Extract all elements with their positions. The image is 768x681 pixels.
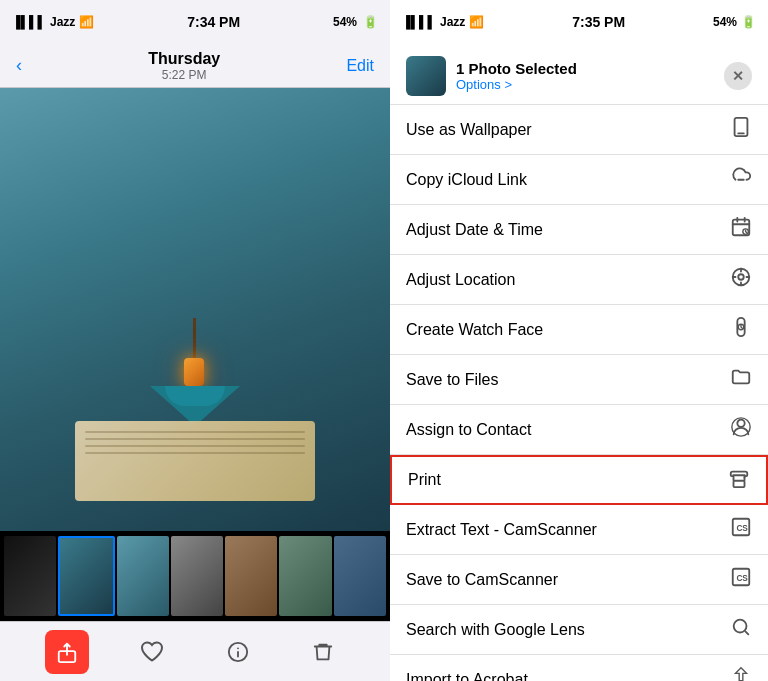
nav-title-sub: 5:22 PM — [148, 68, 220, 82]
thumbnail-5[interactable] — [225, 536, 277, 616]
status-bar-left: ▐▌▌▌ Jazz 📶 7:34 PM 54% 🔋 — [0, 0, 390, 44]
sheet-header: 1 Photo Selected Options > ✕ — [390, 44, 768, 105]
menu-item-create-watch-face[interactable]: Create Watch Face — [390, 305, 768, 355]
menu-item-label-assign-to-contact: Assign to Contact — [406, 421, 531, 439]
menu-item-label-search-with-google-lens: Search with Google Lens — [406, 621, 585, 639]
menu-item-icon-create-watch-face — [730, 316, 752, 343]
menu-item-icon-search-with-google-lens — [730, 616, 752, 643]
menu-item-save-to-camscanner[interactable]: Save to CamScannerCS — [390, 555, 768, 605]
time-right: 7:35 PM — [572, 14, 625, 30]
sheet-title: 1 Photo Selected — [456, 60, 714, 77]
edit-button[interactable]: Edit — [346, 57, 374, 75]
menu-item-import-to-acrobat[interactable]: Import to Acrobat — [390, 655, 768, 681]
menu-item-icon-adjust-date-time — [730, 216, 752, 243]
menu-item-label-save-to-files: Save to Files — [406, 371, 498, 389]
book-line — [85, 438, 305, 440]
menu-item-print[interactable]: Print — [390, 455, 768, 505]
main-photo — [0, 88, 390, 531]
menu-item-icon-use-as-wallpaper — [730, 116, 752, 143]
back-button[interactable]: ‹ — [16, 55, 22, 76]
battery-left: 54% 🔋 — [333, 15, 378, 29]
svg-point-7 — [738, 274, 744, 280]
wifi-icon-left: 📶 — [79, 15, 94, 29]
carrier-signal-left: ▐▌▌▌ Jazz 📶 — [12, 15, 94, 29]
svg-rect-12 — [734, 480, 745, 486]
left-panel: ▐▌▌▌ Jazz 📶 7:34 PM 54% 🔋 ‹ Thursday 5:2… — [0, 0, 390, 681]
battery-percent-right: 54% — [713, 15, 737, 29]
lantern-stick — [193, 318, 196, 358]
sheet-header-text: 1 Photo Selected Options > — [456, 60, 714, 92]
share-button[interactable] — [45, 630, 89, 674]
sheet-close-button[interactable]: ✕ — [724, 62, 752, 90]
photo-background — [0, 88, 390, 531]
signal-bars-right: ▐▌▌▌ — [402, 15, 436, 29]
menu-item-icon-print — [728, 467, 750, 494]
trash-icon — [312, 641, 334, 663]
menu-item-extract-text-camscanner[interactable]: Extract Text - CamScannerCS — [390, 505, 768, 555]
info-icon — [227, 641, 249, 663]
menu-item-icon-save-to-files — [730, 366, 752, 393]
lantern — [184, 318, 204, 386]
sheet-options-button[interactable]: Options > — [456, 77, 714, 92]
boat-shape — [150, 386, 240, 426]
book — [75, 421, 315, 501]
thumbnail-6[interactable] — [279, 536, 331, 616]
thumbnail-4[interactable] — [171, 536, 223, 616]
svg-point-10 — [737, 420, 744, 427]
menu-item-label-adjust-location: Adjust Location — [406, 271, 515, 289]
menu-item-label-copy-icloud-link: Copy iCloud Link — [406, 171, 527, 189]
menu-list: Use as WallpaperCopy iCloud LinkAdjust D… — [390, 105, 768, 681]
book-line — [85, 452, 305, 454]
menu-item-icon-extract-text-camscanner: CS — [730, 516, 752, 543]
share-icon — [56, 641, 78, 663]
menu-item-label-use-as-wallpaper: Use as Wallpaper — [406, 121, 532, 139]
svg-text:CS: CS — [736, 574, 748, 583]
thumbnail-7[interactable] — [334, 536, 386, 616]
menu-item-label-import-to-acrobat: Import to Acrobat — [406, 671, 528, 682]
heart-button[interactable] — [130, 630, 174, 674]
svg-text:CS: CS — [736, 524, 748, 533]
heart-icon — [140, 641, 164, 663]
menu-item-search-with-google-lens[interactable]: Search with Google Lens — [390, 605, 768, 655]
battery-icon-left: 🔋 — [363, 15, 378, 29]
book-line — [85, 445, 305, 447]
carrier-name-left: Jazz — [50, 15, 75, 29]
menu-item-assign-to-contact[interactable]: Assign to Contact — [390, 405, 768, 455]
sheet-thumbnail — [406, 56, 446, 96]
menu-item-label-adjust-date-time: Adjust Date & Time — [406, 221, 543, 239]
menu-item-label-create-watch-face: Create Watch Face — [406, 321, 543, 339]
nav-bar-left: ‹ Thursday 5:22 PM Edit — [0, 44, 390, 88]
menu-item-icon-adjust-location — [730, 266, 752, 293]
wifi-icon-right: 📶 — [469, 15, 484, 29]
menu-item-label-print: Print — [408, 471, 441, 489]
carrier-name-right: Jazz — [440, 15, 465, 29]
menu-item-icon-copy-icloud-link — [730, 166, 752, 193]
lantern-body — [184, 358, 204, 386]
thumbnail-1[interactable] — [4, 536, 56, 616]
thumbnail-3[interactable] — [117, 536, 169, 616]
menu-item-label-extract-text-camscanner: Extract Text - CamScanner — [406, 521, 597, 539]
bottom-toolbar — [0, 621, 390, 681]
thumbnail-2[interactable] — [58, 536, 114, 616]
signal-bars-left: ▐▌▌▌ — [12, 15, 46, 29]
menu-item-copy-icloud-link[interactable]: Copy iCloud Link — [390, 155, 768, 205]
battery-icon-right: 🔋 — [741, 15, 756, 29]
info-button[interactable] — [216, 630, 260, 674]
battery-percent-left: 54% — [333, 15, 357, 29]
menu-item-adjust-date-time[interactable]: Adjust Date & Time — [390, 205, 768, 255]
menu-item-use-as-wallpaper[interactable]: Use as Wallpaper — [390, 105, 768, 155]
book-line — [85, 431, 305, 433]
time-left: 7:34 PM — [187, 14, 240, 30]
svg-rect-3 — [737, 133, 744, 135]
right-panel: ▐▌▌▌ Jazz 📶 7:35 PM 54% 🔋 1 Photo Select… — [390, 0, 768, 681]
trash-button[interactable] — [301, 630, 345, 674]
menu-item-adjust-location[interactable]: Adjust Location — [390, 255, 768, 305]
svg-point-18 — [734, 620, 747, 633]
nav-title-left: Thursday 5:22 PM — [148, 50, 220, 82]
menu-item-save-to-files[interactable]: Save to Files — [390, 355, 768, 405]
menu-item-icon-save-to-camscanner: CS — [730, 566, 752, 593]
svg-point-13 — [744, 476, 746, 478]
paper-boat — [150, 386, 240, 426]
menu-item-icon-assign-to-contact — [730, 416, 752, 443]
menu-item-label-save-to-camscanner: Save to CamScanner — [406, 571, 558, 589]
